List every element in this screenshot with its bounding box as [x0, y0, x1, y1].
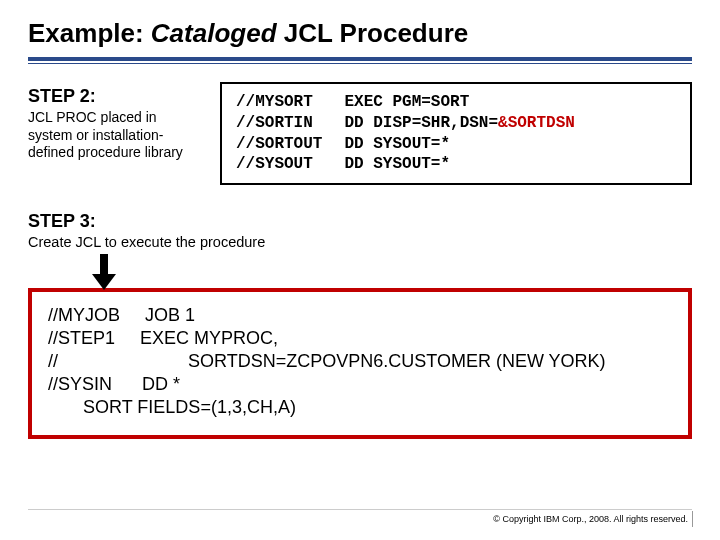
- footer-divider: [28, 509, 692, 510]
- step2-code-table: //MYSORT EXEC PGM=SORT //SORTIN DD DISP=…: [236, 92, 597, 175]
- code-line: //MYJOB JOB 1: [48, 304, 672, 327]
- code-left: //SORTOUT: [236, 134, 344, 155]
- code-row: //SORTOUT DD SYSOUT=*: [236, 134, 597, 155]
- code-left: //SYSOUT: [236, 154, 344, 175]
- step3-heading: STEP 3:: [28, 211, 692, 232]
- code-line: //STEP1 EXEC MYPROC,: [48, 327, 672, 350]
- step2-row: STEP 2: JCL PROC placed in system or ins…: [28, 82, 692, 185]
- code-right: DD SYSOUT=*: [344, 154, 596, 175]
- rule-thick: [28, 57, 692, 61]
- code-line: //SYSIN DD *: [48, 373, 672, 396]
- title-post: JCL Procedure: [277, 18, 469, 48]
- copyright-text: © Copyright IBM Corp., 2008. All rights …: [493, 514, 688, 524]
- code-row: //SORTIN DD DISP=SHR,DSN=&SORTDSN: [236, 113, 597, 134]
- rule-thin: [28, 63, 692, 64]
- arrow-down: [28, 254, 692, 290]
- code-left: //SORTIN: [236, 113, 344, 134]
- code-row: //MYSORT EXEC PGM=SORT: [236, 92, 597, 113]
- step2-sub: JCL PROC placed in system or installatio…: [28, 109, 198, 162]
- code-line: SORT FIELDS=(1,3,CH,A): [48, 396, 672, 419]
- code-line: // SORTDSN=ZCPOVPN6.CUSTOMER (NEW YORK): [48, 350, 672, 373]
- svg-rect-0: [100, 254, 108, 276]
- title-italic: Cataloged: [151, 18, 277, 48]
- code-right: DD DISP=SHR,DSN=&SORTDSN: [344, 113, 596, 134]
- code-right: EXEC PGM=SORT: [344, 92, 596, 113]
- code-row: //SYSOUT DD SYSOUT=*: [236, 154, 597, 175]
- arrow-down-icon: [90, 254, 118, 290]
- step2-heading: STEP 2:: [28, 86, 198, 107]
- code-right: DD SYSOUT=*: [344, 134, 596, 155]
- corner-tick-icon: [692, 511, 698, 527]
- step2-text: STEP 2: JCL PROC placed in system or ins…: [28, 82, 198, 162]
- step3-block: STEP 3: Create JCL to execute the proced…: [28, 211, 692, 250]
- title-pre: Example:: [28, 18, 151, 48]
- step3-code-box: //MYJOB JOB 1 //STEP1 EXEC MYPROC, // SO…: [28, 288, 692, 439]
- step3-sub: Create JCL to execute the procedure: [28, 234, 692, 250]
- step2-code-box: //MYSORT EXEC PGM=SORT //SORTIN DD DISP=…: [220, 82, 692, 185]
- code-left: //MYSORT: [236, 92, 344, 113]
- slide-title: Example: Cataloged JCL Procedure: [28, 18, 692, 49]
